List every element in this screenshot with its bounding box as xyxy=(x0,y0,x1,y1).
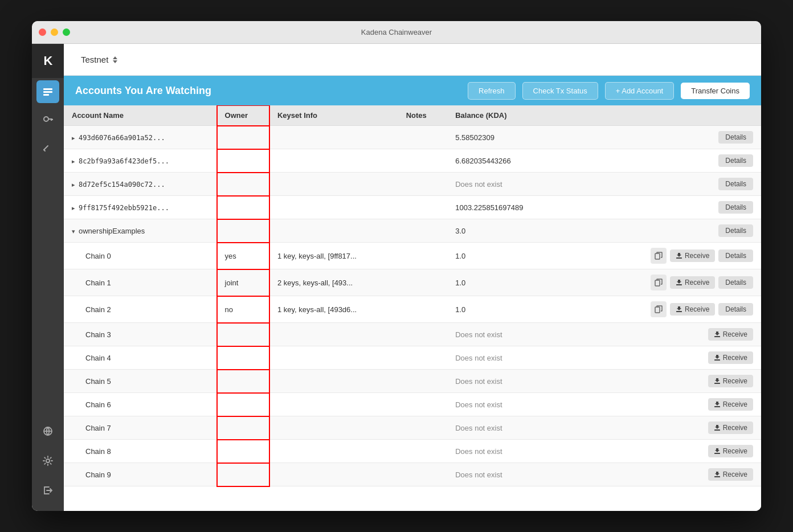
refresh-button[interactable]: Refresh xyxy=(468,82,516,100)
account-name-text: 9ff8175f492ebb5921e... xyxy=(79,204,169,212)
expand-icon[interactable]: ▸ xyxy=(72,204,75,211)
keyset-info-cell xyxy=(269,370,398,393)
table-row: Chain 6Does not exist Receive xyxy=(64,393,761,416)
receive-button[interactable]: Receive xyxy=(670,303,715,316)
expand-icon[interactable]: ▾ xyxy=(72,228,75,235)
actions-cell: Receive xyxy=(601,323,761,346)
details-button[interactable]: Details xyxy=(718,201,753,214)
maximize-button[interactable] xyxy=(63,28,70,36)
sidebar-item-settings[interactable] xyxy=(36,449,59,472)
keyset-info-cell xyxy=(269,196,398,219)
add-account-button[interactable]: + Add Account xyxy=(605,82,674,100)
details-button[interactable]: Details xyxy=(718,276,753,289)
actions-cell: ReceiveDetails xyxy=(601,296,761,323)
network-selector[interactable]: Testnet xyxy=(75,51,123,68)
table-row: Chain 2no1 key, keys-all, [493d6...1.0 R… xyxy=(64,296,761,323)
col-owner: Owner xyxy=(217,105,269,126)
receive-button[interactable]: Receive xyxy=(708,398,753,411)
notes-cell xyxy=(398,346,448,370)
notes-cell xyxy=(398,243,448,269)
table-row: ▸9ff8175f492ebb5921e...1003.225851697489… xyxy=(64,196,761,219)
svg-rect-19 xyxy=(714,359,720,361)
details-button[interactable]: Details xyxy=(718,154,753,167)
account-name-text: Chain 3 xyxy=(85,330,111,339)
accounts-table: Account Name Owner Keyset Info Notes Bal… xyxy=(64,105,761,486)
details-button[interactable]: Details xyxy=(718,224,753,237)
expand-icon[interactable]: ▸ xyxy=(72,134,75,141)
notes-cell xyxy=(398,219,448,243)
receive-button[interactable]: Receive xyxy=(708,328,753,341)
transfer-coins-button[interactable]: Transfer Coins xyxy=(681,83,750,99)
notes-cell xyxy=(398,173,448,196)
expand-icon[interactable]: ▸ xyxy=(72,181,75,188)
account-name-text: 8d72ef5c154a090c72... xyxy=(79,181,165,189)
account-name-text: 8c2bf9a93a6f423def5... xyxy=(79,157,169,165)
balance-cell: 6.682035443266 xyxy=(447,149,601,173)
account-name-cell: ▸8c2bf9a93a6f423def5... xyxy=(64,149,217,173)
balance-cell: Does not exist xyxy=(447,323,601,346)
account-name-text: Chain 1 xyxy=(85,279,111,287)
svg-point-3 xyxy=(44,117,48,121)
network-label: Testnet xyxy=(81,55,108,64)
receive-button[interactable]: Receive xyxy=(708,421,753,434)
expand-icon[interactable]: ▸ xyxy=(72,158,75,165)
keyset-info-cell xyxy=(269,323,398,346)
app-window: Kadena Chainweaver K xyxy=(32,21,761,511)
table-row: ▸8c2bf9a93a6f423def5...6.682035443266Det… xyxy=(64,149,761,173)
owner-cell xyxy=(217,463,269,486)
svg-rect-13 xyxy=(676,257,682,259)
app-logo: K xyxy=(32,44,64,78)
sidebar-item-accounts[interactable] xyxy=(36,80,59,103)
receive-button[interactable]: Receive xyxy=(708,351,753,364)
svg-rect-16 xyxy=(655,307,660,313)
owner-cell xyxy=(217,440,269,463)
balance-cell: Does not exist xyxy=(447,370,601,393)
balance-cell: 5.58502309 xyxy=(447,126,601,149)
copy-button[interactable] xyxy=(651,248,667,264)
svg-rect-0 xyxy=(43,88,52,90)
sidebar-item-network[interactable] xyxy=(36,420,59,443)
action-buttons: Receive xyxy=(609,421,753,434)
svg-rect-14 xyxy=(655,280,660,286)
minimize-button[interactable] xyxy=(51,28,58,36)
action-buttons: ReceiveDetails xyxy=(609,248,753,264)
keyset-info-cell xyxy=(269,393,398,416)
keyset-info-cell: 2 keys, keys-all, [493... xyxy=(269,269,398,296)
receive-button[interactable]: Receive xyxy=(708,468,753,481)
actions-cell: Details xyxy=(601,219,761,243)
table-row: Chain 0yes1 key, keys-all, [9ff817...1.0… xyxy=(64,243,761,269)
copy-button[interactable] xyxy=(651,275,667,290)
receive-button[interactable]: Receive xyxy=(670,276,715,289)
details-button[interactable]: Details xyxy=(718,178,753,190)
action-buttons: Receive xyxy=(609,328,753,341)
account-name-cell: Chain 8 xyxy=(64,440,217,463)
account-name-cell: Chain 5 xyxy=(64,370,217,393)
account-name-cell: Chain 0 xyxy=(64,243,217,269)
balance-cell: Does not exist xyxy=(447,463,601,486)
balance-cell: Does not exist xyxy=(447,416,601,440)
receive-button[interactable]: Receive xyxy=(708,445,753,457)
receive-button[interactable]: Receive xyxy=(708,375,753,387)
details-button[interactable]: Details xyxy=(718,303,753,316)
action-buttons: Receive xyxy=(609,468,753,481)
sidebar-item-keys[interactable] xyxy=(36,108,59,130)
sidebar-item-contracts[interactable] xyxy=(36,135,59,158)
close-button[interactable] xyxy=(39,28,46,36)
copy-button[interactable] xyxy=(651,301,667,317)
owner-cell xyxy=(217,173,269,196)
account-name-text: Chain 0 xyxy=(85,252,111,260)
owner-cell xyxy=(217,126,269,149)
svg-point-11 xyxy=(46,459,50,463)
details-button[interactable]: Details xyxy=(718,131,753,144)
svg-rect-23 xyxy=(714,453,720,454)
action-buttons: Details xyxy=(609,131,753,144)
actions-cell: Receive xyxy=(601,416,761,440)
title-bar: Kadena Chainweaver xyxy=(32,21,761,44)
check-tx-status-button[interactable]: Check Tx Status xyxy=(522,82,598,100)
action-buttons: Details xyxy=(609,154,753,167)
sidebar-item-logout[interactable] xyxy=(36,479,59,502)
receive-button[interactable]: Receive xyxy=(670,249,715,262)
account-name-text: Chain 9 xyxy=(85,470,111,479)
details-button[interactable]: Details xyxy=(718,249,753,262)
owner-cell xyxy=(217,196,269,219)
